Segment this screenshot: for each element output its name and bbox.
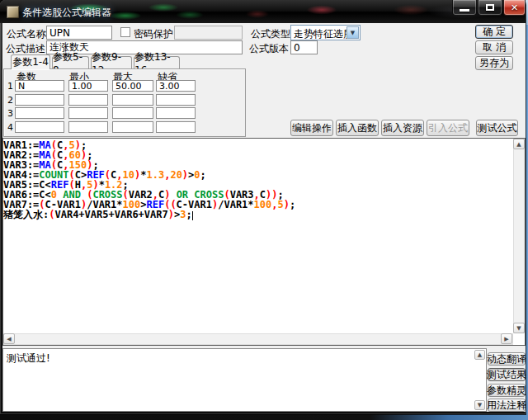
test-result-button[interactable]: 测试结果 bbox=[488, 368, 526, 381]
param-row-number: 4 bbox=[7, 122, 13, 133]
code-token: ) bbox=[284, 199, 290, 210]
close-icon: ✕ bbox=[511, 2, 518, 13]
desktop: 条件选股公式编辑器 ✕ 公式名称 密码保护 公式类型 走势特征选股 ▼ 确 定 … bbox=[0, 0, 528, 420]
edit-operations-button[interactable]: 编辑操作 bbox=[290, 120, 333, 136]
minimize-button[interactable] bbox=[452, 0, 477, 16]
editor-vscrollbar[interactable] bbox=[513, 139, 525, 333]
status-scroll-up-icon[interactable]: ▲ bbox=[474, 350, 485, 360]
code-line: 猪笼入水:(VAR4+VAR5+VAR6+VAR7)>3; bbox=[3, 210, 512, 219]
param-input-r4c1[interactable] bbox=[15, 121, 64, 133]
test-formula-button[interactable]: 测试公式 bbox=[476, 120, 518, 136]
code-token: VAR4+VAR5+VAR6+VAR7 bbox=[54, 209, 167, 220]
formula-version-input[interactable] bbox=[290, 40, 318, 54]
titlebar[interactable]: 条件选股公式编辑器 ✕ bbox=[0, 0, 526, 23]
window-title: 条件选股公式编辑器 bbox=[22, 6, 111, 20]
param-input-r2c1[interactable] bbox=[15, 94, 64, 106]
param-input-r4c2[interactable] bbox=[68, 121, 108, 133]
param-input-r3c4[interactable] bbox=[156, 107, 196, 119]
param-input-r1c2[interactable] bbox=[68, 80, 108, 92]
code-token: ; bbox=[290, 199, 295, 210]
param-row-number: 3 bbox=[7, 108, 13, 119]
code-token: ; bbox=[200, 169, 206, 181]
code-token: 100 bbox=[254, 199, 272, 210]
usage-notes-button[interactable]: 用法注释 bbox=[488, 399, 526, 412]
code-token: 0 bbox=[194, 169, 200, 181]
status-scroll-down-icon[interactable]: ▼ bbox=[474, 400, 485, 410]
close-button[interactable]: ✕ bbox=[503, 0, 526, 16]
tab-params-4[interactable]: 参数13-16 bbox=[134, 56, 180, 68]
formula-type-label: 公式类型 bbox=[251, 27, 290, 41]
tab-params-3[interactable]: 参数9-12 bbox=[91, 56, 132, 68]
formula-type-value: 走势特征选股 bbox=[294, 27, 353, 41]
param-input-r4c3[interactable] bbox=[112, 121, 153, 133]
import-formula-button: 引入公式 bbox=[427, 120, 469, 136]
param-input-r2c2[interactable] bbox=[68, 94, 108, 106]
tab-params-1[interactable]: 参数1-4 bbox=[11, 54, 50, 69]
insert-function-button[interactable]: 插入函数 bbox=[336, 120, 379, 136]
dynamic-translate-button[interactable]: 动态翻译 bbox=[488, 352, 526, 366]
param-input-r4c4[interactable] bbox=[156, 121, 196, 133]
password-protect-checkbox[interactable] bbox=[120, 27, 130, 37]
scroll-down-icon[interactable]: ▼ bbox=[513, 323, 525, 333]
code-token: ) bbox=[168, 209, 174, 220]
code-text[interactable]: VAR1:=MA(C,5);VAR2:=MA(C,60);VAR3:=MA(C,… bbox=[3, 140, 512, 332]
code-token: 1.3 bbox=[146, 169, 164, 181]
scroll-up-icon[interactable]: ▲ bbox=[513, 139, 525, 149]
cancel-button[interactable]: 取 消 bbox=[475, 40, 513, 54]
password-input bbox=[174, 26, 243, 40]
param-input-r1c4[interactable] bbox=[156, 80, 196, 92]
code-token: 20 bbox=[170, 169, 182, 181]
test-result-message: 测试通过! bbox=[7, 352, 50, 366]
minimize-icon bbox=[460, 9, 469, 12]
editor-hscrollbar[interactable] bbox=[3, 333, 513, 345]
formula-editor-window: 条件选股公式编辑器 ✕ 公式名称 密码保护 公式类型 走势特征选股 ▼ 确 定 … bbox=[0, 0, 526, 414]
param-row-number: 2 bbox=[7, 95, 13, 106]
code-token: ; bbox=[186, 209, 191, 220]
param-input-r2c4[interactable] bbox=[156, 94, 196, 106]
save-as-button[interactable]: 另存为 bbox=[475, 56, 513, 70]
insert-resource-button[interactable]: 插入资源 bbox=[381, 120, 424, 136]
text-caret bbox=[192, 211, 193, 220]
ok-button[interactable]: 确 定 bbox=[475, 25, 513, 39]
code-token: 5 bbox=[277, 199, 283, 210]
maximize-icon bbox=[486, 4, 494, 11]
code-token: 猪笼入水: bbox=[3, 209, 49, 220]
param-input-r3c2[interactable] bbox=[68, 107, 108, 119]
param-input-r3c1[interactable] bbox=[15, 107, 64, 119]
test-result-box[interactable] bbox=[2, 348, 487, 412]
code-token: ) bbox=[182, 169, 188, 181]
formula-type-select[interactable]: 走势特征选股 ▼ bbox=[290, 25, 361, 40]
param-input-r1c1[interactable] bbox=[15, 80, 64, 92]
param-input-r2c3[interactable] bbox=[112, 94, 153, 106]
formula-name-input[interactable] bbox=[46, 26, 112, 40]
formula-version-label: 公式版本 bbox=[249, 42, 289, 56]
param-wizard-button[interactable]: 参数精灵 bbox=[488, 384, 526, 397]
password-protect-label: 密码保护 bbox=[134, 27, 173, 41]
scroll-right-icon[interactable]: ▶ bbox=[501, 333, 512, 344]
tab-params-2[interactable]: 参数5-8 bbox=[52, 56, 89, 68]
scroll-left-icon[interactable]: ◀ bbox=[3, 333, 15, 344]
param-row-number: 1 bbox=[7, 81, 13, 92]
param-input-r1c3[interactable] bbox=[112, 80, 153, 92]
param-input-r3c3[interactable] bbox=[112, 107, 153, 119]
maximize-button[interactable] bbox=[478, 0, 502, 16]
formula-name-label: 公式名称 bbox=[7, 27, 46, 41]
app-icon bbox=[7, 6, 19, 18]
code-token: /VAR1* bbox=[218, 199, 253, 210]
chevron-down-icon[interactable]: ▼ bbox=[346, 26, 359, 39]
